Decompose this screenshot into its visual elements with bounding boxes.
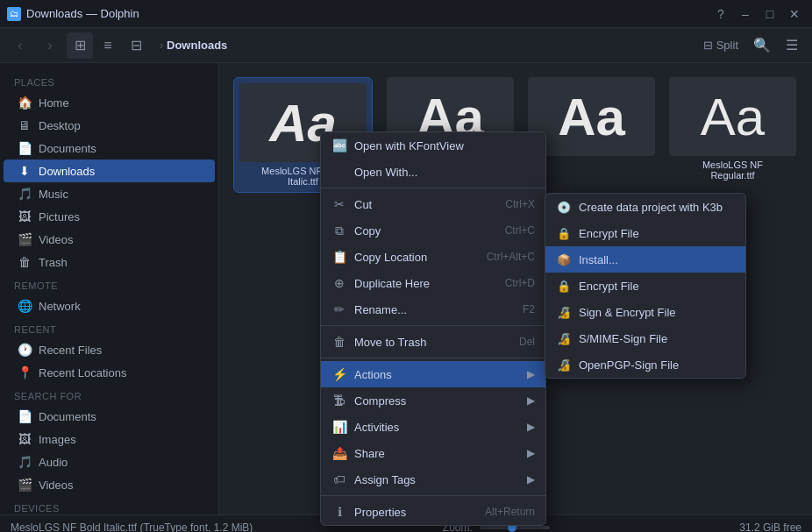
submenu-create-k3b[interactable]: 💿 Create data project with K3b bbox=[545, 194, 745, 220]
submenu-encrypt-1[interactable]: 🔒 Encrypt File bbox=[545, 220, 745, 246]
music-icon: 🎵 bbox=[18, 187, 32, 201]
ctx-openwith-label: Open With... bbox=[354, 166, 535, 179]
ctx-properties-shortcut: Alt+Return bbox=[485, 506, 535, 518]
view-icons-button[interactable]: ⊞ bbox=[67, 32, 93, 59]
submenu-install[interactable]: 📦 Install... bbox=[545, 246, 745, 273]
minimize-button[interactable]: – bbox=[735, 4, 756, 25]
encrypt2-icon: 🔒 bbox=[556, 278, 572, 294]
ctx-open-kfontview[interactable]: 🔤 Open with KFontView bbox=[321, 132, 545, 159]
search-images-icon: 🖼 bbox=[18, 432, 32, 446]
ctx-compress[interactable]: 🗜 Compress ▶ bbox=[321, 387, 545, 414]
openpgp-sign-label: OpenPGP-Sign File bbox=[579, 358, 679, 372]
back-button[interactable]: ‹ bbox=[7, 32, 33, 59]
split-button[interactable]: ⊟ Split bbox=[696, 35, 745, 55]
submenu-smime-sign[interactable]: 🔏 S/MIME-Sign File bbox=[545, 325, 745, 351]
ctx-tags-arrow: ▶ bbox=[527, 473, 535, 486]
submenu-sign-encrypt[interactable]: 🔏 Sign & Encrypt File bbox=[545, 299, 745, 325]
sidebar-item-videos[interactable]: 🎬 Videos bbox=[4, 228, 215, 251]
places-section-label: Places bbox=[0, 70, 218, 91]
sidebar-item-recent-files[interactable]: 🕐 Recent Files bbox=[4, 338, 215, 361]
sidebar-item-search-audio[interactable]: 🎵 Audio bbox=[4, 450, 215, 473]
ctx-open-with[interactable]: Open With... bbox=[321, 159, 545, 185]
sidebar-search-images-label: Images bbox=[39, 433, 76, 446]
ctx-kfontview-icon: 🔤 bbox=[331, 138, 347, 153]
ctx-duplicate[interactable]: ⊕ Duplicate Here Ctrl+D bbox=[321, 270, 545, 296]
ctx-actions[interactable]: ⚡ Actions ▶ bbox=[321, 361, 545, 387]
sidebar: Places 🏠 Home 🖥 Desktop 📄 Documents ⬇ Do… bbox=[0, 63, 219, 514]
ctx-properties[interactable]: ℹ Properties Alt+Return bbox=[321, 499, 545, 525]
ctx-activities[interactable]: 📊 Activities ▶ bbox=[321, 414, 545, 440]
ctx-copyloc-shortcut: Ctrl+Alt+C bbox=[487, 251, 535, 263]
sidebar-home-label: Home bbox=[39, 96, 69, 110]
ctx-cut-label: Cut bbox=[354, 198, 498, 211]
ctx-tags-icon: 🏷 bbox=[331, 472, 347, 487]
pictures-icon: 🖼 bbox=[18, 209, 32, 223]
ctx-actions-label: Actions bbox=[354, 368, 520, 381]
ctx-rename[interactable]: ✏ Rename... F2 bbox=[321, 296, 545, 323]
sidebar-recent-files-label: Recent Files bbox=[39, 344, 102, 357]
close-button[interactable]: ✕ bbox=[784, 4, 805, 25]
search-videos-icon: 🎬 bbox=[18, 478, 32, 492]
ctx-rename-shortcut: F2 bbox=[523, 303, 535, 316]
ctx-trash-shortcut: Del bbox=[519, 336, 535, 348]
ctx-actions-arrow: ▶ bbox=[527, 368, 535, 380]
sidebar-item-home[interactable]: 🏠 Home bbox=[4, 91, 215, 114]
sidebar-item-search-videos[interactable]: 🎬 Videos bbox=[4, 473, 215, 496]
ctx-share[interactable]: 📤 Share ▶ bbox=[321, 440, 545, 466]
sidebar-item-desktop[interactable]: 🖥 Desktop bbox=[4, 114, 215, 137]
sidebar-item-network[interactable]: 🌐 Network bbox=[4, 294, 215, 317]
ctx-assign-tags[interactable]: 🏷 Assign Tags ▶ bbox=[321, 466, 545, 493]
menu-button[interactable]: ☰ bbox=[779, 32, 805, 59]
remote-section-label: Remote bbox=[0, 273, 218, 294]
sidebar-desktop-label: Desktop bbox=[39, 119, 81, 132]
toolbar-right: ⊟ Split 🔍 ☰ bbox=[696, 32, 805, 59]
submenu-encrypt-2[interactable]: 🔒 Encrypt File bbox=[545, 273, 745, 299]
view-compact-button[interactable]: ≡ bbox=[95, 32, 121, 59]
ctx-properties-icon: ℹ bbox=[331, 504, 347, 520]
submenu-openpgp-sign[interactable]: 🔏 OpenPGP-Sign File bbox=[545, 351, 745, 378]
sidebar-item-trash[interactable]: 🗑 Trash bbox=[4, 251, 215, 273]
sidebar-recent-locations-label: Recent Locations bbox=[39, 366, 126, 379]
view-detail-button[interactable]: ⊟ bbox=[123, 32, 149, 59]
ctx-move-trash[interactable]: 🗑 Move to Trash Del bbox=[321, 329, 545, 355]
sidebar-item-search-images[interactable]: 🖼 Images bbox=[4, 428, 215, 450]
ctx-cut[interactable]: ✂ Cut Ctrl+X bbox=[321, 191, 545, 217]
recent-locations-icon: 📍 bbox=[18, 365, 32, 379]
breadcrumb-current: Downloads bbox=[167, 39, 227, 52]
install-icon: 📦 bbox=[556, 252, 572, 267]
titlebar-title: Downloads — Dolphin bbox=[26, 7, 139, 20]
ctx-activities-label: Activities bbox=[354, 421, 520, 434]
sidebar-music-label: Music bbox=[39, 188, 68, 201]
zoom-slider[interactable] bbox=[480, 526, 550, 529]
search-button[interactable]: 🔍 bbox=[749, 32, 775, 59]
install-label: Install... bbox=[579, 253, 618, 266]
sidebar-item-music[interactable]: 🎵 Music bbox=[4, 182, 215, 205]
help-button[interactable]: ? bbox=[710, 4, 731, 25]
maximize-button[interactable]: □ bbox=[759, 4, 780, 25]
sidebar-item-pictures[interactable]: 🖼 Pictures bbox=[4, 205, 215, 228]
ctx-compress-arrow: ▶ bbox=[527, 394, 535, 407]
sidebar-trash-label: Trash bbox=[39, 256, 68, 269]
sign-encrypt-icon: 🔏 bbox=[556, 304, 572, 320]
app-icon: 🗂 bbox=[7, 7, 21, 21]
ctx-activities-icon: 📊 bbox=[331, 419, 347, 435]
forward-button[interactable]: › bbox=[37, 32, 63, 59]
ctx-divider-1 bbox=[321, 188, 545, 188]
ctx-copy[interactable]: ⧉ Copy Ctrl+C bbox=[321, 217, 545, 244]
trash-icon: 🗑 bbox=[18, 255, 32, 269]
sidebar-item-recent-locations[interactable]: 📍 Recent Locations bbox=[4, 361, 215, 384]
back-icon: ‹ bbox=[18, 38, 22, 53]
titlebar: 🗂 Downloads — Dolphin ? – □ ✕ bbox=[0, 0, 812, 28]
sidebar-item-downloads[interactable]: ⬇ Downloads bbox=[4, 160, 215, 182]
ctx-divider-2 bbox=[321, 325, 545, 326]
font-preview-aa2: Aa bbox=[558, 87, 625, 147]
downloads-icon: ⬇ bbox=[18, 164, 32, 178]
ctx-copyloc-label: Copy Location bbox=[354, 251, 480, 264]
ctx-copy-location[interactable]: 📋 Copy Location Ctrl+Alt+C bbox=[321, 244, 545, 270]
smime-sign-icon: 🔏 bbox=[556, 330, 572, 346]
ctx-activities-arrow: ▶ bbox=[527, 421, 535, 433]
sidebar-item-documents[interactable]: 📄 Documents bbox=[4, 137, 215, 160]
sidebar-documents-label: Documents bbox=[39, 142, 96, 155]
sidebar-item-search-documents[interactable]: 📄 Documents bbox=[4, 405, 215, 428]
breadcrumb: › Downloads bbox=[153, 39, 693, 52]
